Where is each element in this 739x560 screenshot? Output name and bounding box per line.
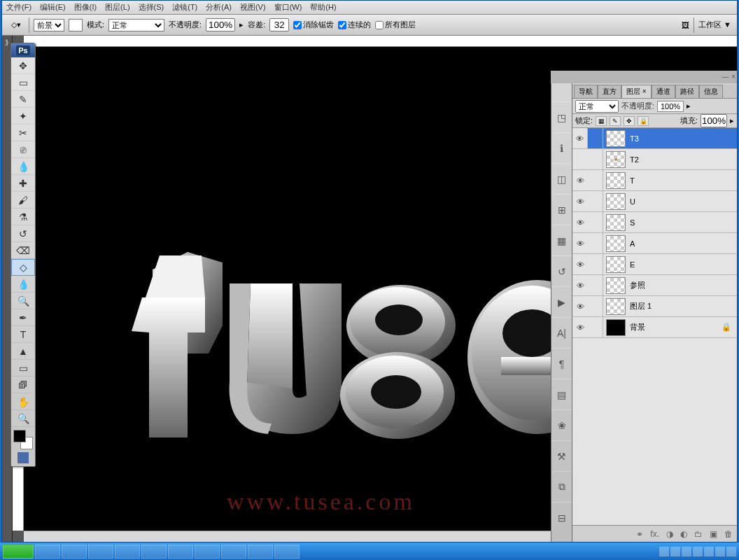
- layer-thumbnail[interactable]: [606, 193, 626, 210]
- layer-row[interactable]: 👁A: [572, 233, 737, 254]
- layer-thumbnail[interactable]: [606, 277, 626, 294]
- doc-arrows-icon[interactable]: ⟫: [5, 38, 9, 46]
- dock-clone-icon[interactable]: ⧉: [551, 471, 572, 502]
- menu-analysis[interactable]: 分析(A): [206, 2, 232, 13]
- taskbar-item[interactable]: [195, 545, 220, 559]
- dock-navigator-icon[interactable]: ◳: [551, 102, 572, 132]
- panel-tab[interactable]: 信息: [699, 85, 723, 98]
- layer-row[interactable]: 👁U: [572, 191, 737, 212]
- layer-row[interactable]: 👁S: [572, 212, 737, 233]
- menu-image[interactable]: 图像(I): [74, 2, 97, 13]
- fill-target-select[interactable]: 前景: [34, 19, 64, 31]
- fill-arrow-icon[interactable]: ▸: [730, 116, 734, 125]
- layer-row[interactable]: 👁参照: [572, 275, 737, 296]
- dock-swatches-icon[interactable]: ⊞: [551, 194, 572, 225]
- tool-shape[interactable]: ▭: [11, 360, 35, 377]
- tray-icon[interactable]: [726, 547, 736, 556]
- layer-fx-icon[interactable]: fx.: [650, 529, 659, 539]
- layer-group-icon[interactable]: 🗀: [694, 529, 703, 539]
- contiguous-check[interactable]: 连续的: [338, 20, 371, 30]
- tool-marquee[interactable]: ▭: [11, 74, 35, 91]
- layer-thumbnail[interactable]: [606, 151, 626, 168]
- dock-actions-icon[interactable]: ▶: [551, 286, 572, 317]
- layer-thumbnail[interactable]: [606, 130, 626, 147]
- visibility-icon[interactable]: 👁: [572, 218, 588, 227]
- panel-tab[interactable]: 导航: [574, 85, 598, 98]
- start-button[interactable]: [3, 545, 34, 559]
- taskbar-item[interactable]: [115, 545, 140, 559]
- opacity-flyout-icon[interactable]: ▸: [239, 20, 244, 29]
- lock-position-icon[interactable]: ✥: [624, 116, 635, 126]
- taskbar-item[interactable]: [248, 545, 273, 559]
- layer-thumbnail[interactable]: [606, 214, 626, 231]
- tool-slice[interactable]: ⎚: [11, 141, 35, 158]
- opacity-arrow-icon[interactable]: ▸: [687, 102, 691, 111]
- tool-paint-bucket[interactable]: ◇: [11, 259, 35, 276]
- toolbox-header[interactable]: Ps: [11, 43, 35, 57]
- dock-brushes-icon[interactable]: ❀: [551, 410, 572, 440]
- bridge-icon[interactable]: 🖼: [682, 21, 689, 29]
- blend-mode-select[interactable]: 正常: [575, 100, 619, 113]
- opacity-input[interactable]: [206, 18, 235, 31]
- dock-color-icon[interactable]: ◫: [551, 163, 572, 194]
- menu-window[interactable]: 窗口(W): [274, 2, 302, 13]
- menu-layer[interactable]: 图层(L): [105, 2, 129, 13]
- visibility-icon[interactable]: 👁: [572, 176, 588, 185]
- layer-mask-icon[interactable]: ◑: [666, 529, 673, 539]
- taskbar-item[interactable]: [168, 545, 193, 559]
- menu-file[interactable]: 文件(F): [6, 2, 31, 13]
- layer-row[interactable]: 👁T: [572, 170, 737, 191]
- tool-history-brush[interactable]: ↺: [11, 225, 35, 242]
- panel-minimize-icon[interactable]: —: [722, 73, 729, 80]
- panel-tab[interactable]: 图层 ×: [621, 85, 652, 98]
- tool-path-select[interactable]: ▲: [11, 343, 35, 360]
- tool-zoom[interactable]: 🔍: [11, 410, 35, 427]
- layer-thumbnail[interactable]: [606, 256, 626, 273]
- new-layer-icon[interactable]: ▣: [710, 529, 717, 539]
- layer-row[interactable]: T2: [572, 149, 737, 170]
- ruler-horizontal[interactable]: [24, 36, 737, 47]
- lock-paint-icon[interactable]: ✎: [610, 116, 621, 126]
- lock-all-icon[interactable]: 🔒: [638, 116, 649, 126]
- layer-row[interactable]: 👁背景🔒: [572, 317, 737, 338]
- dock-history-icon[interactable]: ↺: [551, 255, 572, 286]
- fill-input[interactable]: [701, 114, 727, 127]
- tray-icon[interactable]: [670, 547, 680, 556]
- tool-eyedropper[interactable]: 💧: [11, 158, 35, 175]
- quick-mask-icon[interactable]: [17, 452, 29, 463]
- menu-view[interactable]: 视图(V): [240, 2, 266, 13]
- taskbar-item[interactable]: [88, 545, 113, 559]
- link-layers-icon[interactable]: ⚭: [636, 529, 643, 539]
- layer-thumbnail[interactable]: [606, 319, 626, 336]
- layer-thumbnail[interactable]: [606, 172, 626, 189]
- fill-swatch[interactable]: [69, 19, 83, 31]
- delete-layer-icon[interactable]: 🗑: [724, 529, 733, 539]
- layer-thumbnail[interactable]: [606, 298, 626, 315]
- visibility-icon[interactable]: 👁: [572, 128, 588, 148]
- tool-notes[interactable]: 🗊: [11, 377, 35, 393]
- layer-thumbnail[interactable]: [606, 235, 626, 252]
- taskbar-item[interactable]: [221, 545, 246, 559]
- visibility-icon[interactable]: 👁: [572, 323, 588, 332]
- menu-help[interactable]: 帮助(H): [310, 2, 336, 13]
- layer-row[interactable]: 👁E: [572, 254, 737, 275]
- mode-select[interactable]: 正常: [108, 19, 164, 31]
- workspace-menu[interactable]: 工作区 ▼: [698, 20, 731, 30]
- tool-blur[interactable]: 💧: [11, 276, 35, 293]
- layer-opacity-input[interactable]: [657, 101, 684, 112]
- tool-magic-wand[interactable]: ✦: [11, 108, 35, 125]
- panel-tab[interactable]: 直方: [598, 85, 621, 98]
- panel-close-icon[interactable]: ×: [731, 73, 736, 80]
- dock-tool-presets-icon[interactable]: ⚒: [551, 440, 572, 471]
- antialias-check[interactable]: 消除锯齿: [293, 20, 334, 30]
- lock-transparency-icon[interactable]: ▦: [596, 116, 607, 126]
- visibility-icon[interactable]: 👁: [572, 281, 588, 290]
- visibility-icon[interactable]: 👁: [572, 239, 588, 248]
- tool-lasso[interactable]: ✎: [11, 91, 35, 108]
- tray-icon[interactable]: [704, 547, 714, 556]
- dock-info-icon[interactable]: ℹ: [551, 132, 572, 163]
- tray-icon[interactable]: [693, 547, 703, 556]
- taskbar-item[interactable]: [62, 545, 87, 559]
- tool-eraser[interactable]: ⌫: [11, 242, 35, 259]
- tool-healing[interactable]: ✚: [11, 175, 35, 192]
